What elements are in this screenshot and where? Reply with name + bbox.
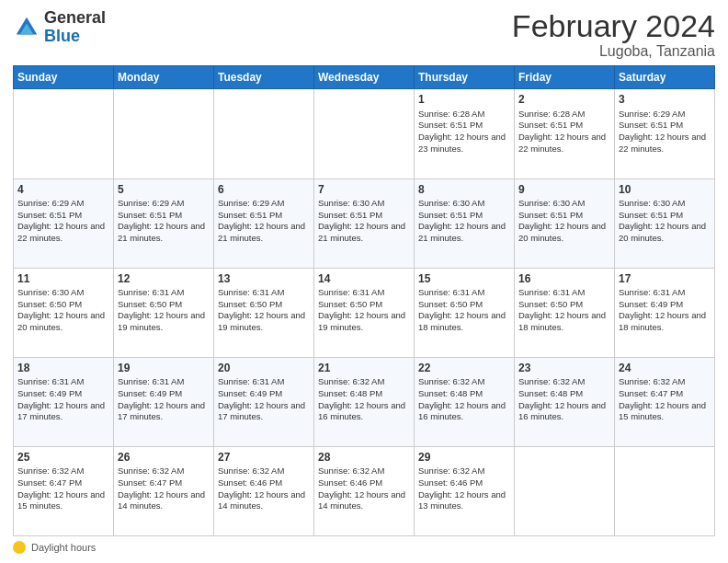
day-info-line: Sunrise: 6:32 AM xyxy=(518,376,610,388)
day-number: 28 xyxy=(318,450,410,465)
day-info-line: Sunset: 6:46 PM xyxy=(318,477,410,489)
day-info-line: Sunset: 6:51 PM xyxy=(518,210,610,222)
day-number: 7 xyxy=(318,182,410,197)
day-info-line: Daylight: 12 hours and 19 minutes. xyxy=(318,310,410,334)
day-number: 15 xyxy=(418,271,510,286)
day-info-line: Sunset: 6:47 PM xyxy=(118,477,210,489)
weekday-header-friday: Friday xyxy=(515,66,615,89)
month-title: February 2024 xyxy=(512,9,715,43)
day-info-line: Sunset: 6:47 PM xyxy=(17,477,109,489)
day-info-line: Sunrise: 6:32 AM xyxy=(17,465,109,477)
day-number: 6 xyxy=(218,182,310,197)
day-info-line: Sunset: 6:51 PM xyxy=(218,210,310,222)
calendar-cell: 7Sunrise: 6:30 AMSunset: 6:51 PMDaylight… xyxy=(314,178,415,268)
day-number: 18 xyxy=(17,361,109,375)
day-info-line: Sunrise: 6:30 AM xyxy=(318,198,410,210)
calendar-cell xyxy=(14,89,114,178)
day-number: 8 xyxy=(418,182,510,197)
calendar-cell: 8Sunrise: 6:30 AMSunset: 6:51 PMDaylight… xyxy=(415,178,515,268)
day-info-line: Sunset: 6:48 PM xyxy=(318,388,410,400)
logo-text: General Blue xyxy=(44,9,106,46)
day-info-line: Sunrise: 6:30 AM xyxy=(518,198,610,210)
day-info-line: Sunset: 6:50 PM xyxy=(318,299,410,311)
day-info-line: Sunset: 6:49 PM xyxy=(17,388,109,400)
day-number: 12 xyxy=(118,271,210,286)
weekday-header-thursday: Thursday xyxy=(415,66,515,89)
day-info-line: Daylight: 12 hours and 20 minutes. xyxy=(619,221,711,245)
day-info-line: Daylight: 12 hours and 17 minutes. xyxy=(118,400,210,424)
day-info-line: Sunrise: 6:31 AM xyxy=(118,287,210,299)
day-number: 23 xyxy=(518,361,610,375)
day-info-line: Daylight: 12 hours and 21 minutes. xyxy=(118,221,210,245)
weekday-header-sunday: Sunday xyxy=(14,66,114,89)
calendar-cell: 16Sunrise: 6:31 AMSunset: 6:50 PMDayligh… xyxy=(515,268,615,357)
day-info-line: Sunrise: 6:30 AM xyxy=(619,198,711,210)
calendar-cell: 3Sunrise: 6:29 AMSunset: 6:51 PMDaylight… xyxy=(615,89,715,178)
calendar-cell: 10Sunrise: 6:30 AMSunset: 6:51 PMDayligh… xyxy=(615,178,715,268)
day-info-line: Daylight: 12 hours and 21 minutes. xyxy=(218,221,310,245)
calendar-cell: 25Sunrise: 6:32 AMSunset: 6:47 PMDayligh… xyxy=(14,446,114,535)
day-info-line: Daylight: 12 hours and 14 minutes. xyxy=(218,489,310,513)
day-info-line: Sunrise: 6:31 AM xyxy=(118,376,210,388)
day-info-line: Sunrise: 6:32 AM xyxy=(418,376,510,388)
day-number: 13 xyxy=(218,271,310,286)
calendar-cell: 12Sunrise: 6:31 AMSunset: 6:50 PMDayligh… xyxy=(114,268,214,357)
day-info-line: Daylight: 12 hours and 18 minutes. xyxy=(619,310,711,334)
day-info-line: Sunrise: 6:32 AM xyxy=(418,465,510,477)
day-info-line: Daylight: 12 hours and 13 minutes. xyxy=(418,489,510,513)
day-number: 20 xyxy=(218,361,310,375)
day-info-line: Daylight: 12 hours and 14 minutes. xyxy=(318,489,410,513)
day-info-line: Sunrise: 6:28 AM xyxy=(418,109,510,121)
calendar-week-4: 18Sunrise: 6:31 AMSunset: 6:49 PMDayligh… xyxy=(14,357,715,446)
day-info-line: Sunset: 6:48 PM xyxy=(418,388,510,400)
day-info-line: Sunrise: 6:30 AM xyxy=(17,287,109,299)
header: General Blue February 2024 Lugoba, Tanza… xyxy=(13,9,715,60)
calendar-week-1: 1Sunrise: 6:28 AMSunset: 6:51 PMDaylight… xyxy=(14,89,715,178)
calendar-week-5: 25Sunrise: 6:32 AMSunset: 6:47 PMDayligh… xyxy=(14,446,715,535)
day-info-line: Daylight: 12 hours and 15 minutes. xyxy=(619,400,711,424)
calendar-cell: 5Sunrise: 6:29 AMSunset: 6:51 PMDaylight… xyxy=(114,178,214,268)
day-info-line: Sunrise: 6:32 AM xyxy=(118,465,210,477)
day-info-line: Sunset: 6:49 PM xyxy=(218,388,310,400)
day-info-line: Sunset: 6:51 PM xyxy=(418,210,510,222)
calendar-cell: 13Sunrise: 6:31 AMSunset: 6:50 PMDayligh… xyxy=(214,268,314,357)
title-block: February 2024 Lugoba, Tanzania xyxy=(512,9,715,60)
calendar-cell: 18Sunrise: 6:31 AMSunset: 6:49 PMDayligh… xyxy=(14,357,114,446)
day-number: 19 xyxy=(118,361,210,375)
logo-general: General xyxy=(44,9,106,28)
weekday-header-monday: Monday xyxy=(114,66,214,89)
weekday-header-saturday: Saturday xyxy=(615,66,715,89)
day-number: 26 xyxy=(118,450,210,465)
day-info-line: Sunset: 6:50 PM xyxy=(17,299,109,311)
day-info-line: Sunset: 6:50 PM xyxy=(218,299,310,311)
day-info-line: Sunset: 6:51 PM xyxy=(17,210,109,222)
day-info-line: Sunrise: 6:29 AM xyxy=(118,198,210,210)
day-info-line: Daylight: 12 hours and 17 minutes. xyxy=(17,400,109,424)
calendar-cell: 22Sunrise: 6:32 AMSunset: 6:48 PMDayligh… xyxy=(415,357,515,446)
calendar-cell: 4Sunrise: 6:29 AMSunset: 6:51 PMDaylight… xyxy=(14,178,114,268)
day-info-line: Sunrise: 6:31 AM xyxy=(318,287,410,299)
weekday-header-tuesday: Tuesday xyxy=(214,66,314,89)
day-info-line: Daylight: 12 hours and 20 minutes. xyxy=(518,221,610,245)
day-info-line: Sunset: 6:46 PM xyxy=(218,477,310,489)
page: General Blue February 2024 Lugoba, Tanza… xyxy=(0,0,728,563)
day-info-line: Sunrise: 6:32 AM xyxy=(318,465,410,477)
day-info-line: Daylight: 12 hours and 22 minutes. xyxy=(518,132,610,155)
day-info-line: Sunset: 6:47 PM xyxy=(619,388,711,400)
calendar-cell xyxy=(314,89,415,178)
day-info-line: Sunset: 6:51 PM xyxy=(619,120,711,132)
day-number: 9 xyxy=(518,182,610,197)
calendar-cell: 19Sunrise: 6:31 AMSunset: 6:49 PMDayligh… xyxy=(114,357,214,446)
day-info-line: Daylight: 12 hours and 16 minutes. xyxy=(418,400,510,424)
day-info-line: Sunset: 6:51 PM xyxy=(318,210,410,222)
calendar-cell: 9Sunrise: 6:30 AMSunset: 6:51 PMDaylight… xyxy=(515,178,615,268)
calendar-header-row: SundayMondayTuesdayWednesdayThursdayFrid… xyxy=(14,66,715,89)
day-info-line: Sunset: 6:50 PM xyxy=(118,299,210,311)
day-info-line: Daylight: 12 hours and 15 minutes. xyxy=(17,489,109,513)
day-info-line: Sunset: 6:50 PM xyxy=(418,299,510,311)
day-info-line: Daylight: 12 hours and 16 minutes. xyxy=(518,400,610,424)
sun-icon xyxy=(13,541,26,554)
day-number: 21 xyxy=(318,361,410,375)
day-info-line: Daylight: 12 hours and 17 minutes. xyxy=(218,400,310,424)
day-info-line: Daylight: 12 hours and 23 minutes. xyxy=(418,132,510,155)
